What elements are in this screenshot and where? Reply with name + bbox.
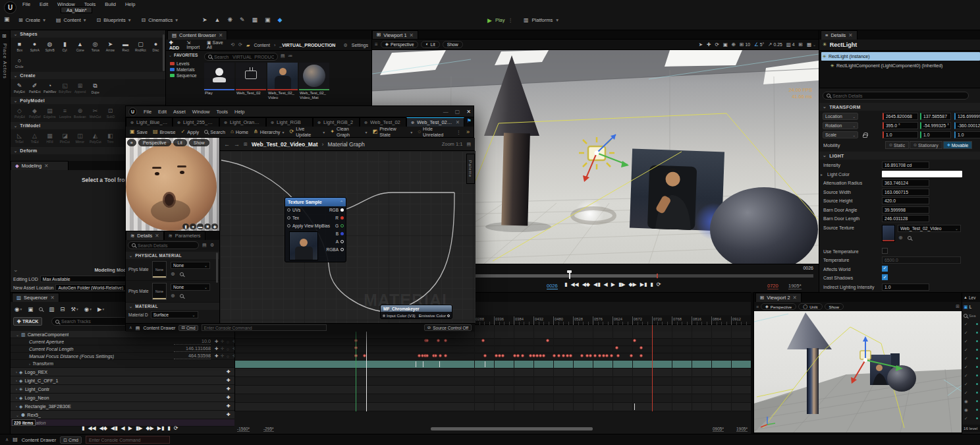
caret-icon[interactable]: ▾ — [323, 130, 325, 134]
texture-thumb[interactable] — [882, 225, 895, 242]
back-icon[interactable]: ← — [224, 141, 230, 148]
pin[interactable] — [287, 208, 290, 212]
preview-mesh-buttons[interactable]: ▮ ● ▬ ■ ◆ — [182, 223, 218, 229]
checkbox[interactable]: ✓ — [882, 274, 888, 280]
home-button[interactable]: ⌂Home — [231, 129, 248, 135]
tool-subd[interactable]: ⊡SubD — [103, 105, 118, 121]
add-section-icon[interactable]: ✚ — [227, 395, 231, 400]
menu-edit[interactable]: Edit — [40, 1, 48, 7]
light-header[interactable]: ⌄LIGHT — [819, 152, 980, 160]
favorite-materials[interactable]: Materials — [170, 67, 203, 73]
graph-canvas[interactable]: MATERIAL Texture Sample ⌃ UVsTexApply Vi… — [220, 151, 476, 323]
play-button[interactable]: Play — [495, 17, 505, 23]
console-input[interactable] — [89, 438, 167, 442]
check-icon[interactable]: ✓ — [964, 322, 967, 327]
keyframe[interactable] — [542, 354, 545, 357]
level-row-11[interactable]: ✓ — [962, 414, 980, 423]
mobility-static[interactable]: ⊙Static — [885, 141, 909, 149]
minimize-button[interactable]: — — [443, 109, 449, 115]
phys-thumb[interactable]: None — [152, 283, 167, 300]
details-close-icon[interactable]: ✕ — [848, 32, 852, 38]
check-icon[interactable]: ✓ — [964, 356, 967, 361]
content-browser-close-icon[interactable]: ✕ — [219, 32, 223, 38]
save-all-icon[interactable]: ▣ — [4, 16, 10, 22]
add-section-icon[interactable]: ✚ — [227, 403, 231, 409]
asset-tile[interactable]: Web_Test_02_ Video — [267, 63, 298, 101]
me-console-wrap[interactable] — [202, 324, 327, 331]
pin[interactable] — [340, 224, 344, 227]
scale-lock-icon[interactable] — [863, 134, 867, 138]
place-actors-icon[interactable]: ⊞ — [2, 33, 7, 39]
mf-output-pin[interactable] — [447, 314, 450, 317]
asset-tile[interactable]: Play — [204, 63, 234, 96]
tool-polydef[interactable]: ◆PolyDef — [27, 105, 42, 121]
timeline-scrollbar[interactable] — [431, 427, 593, 430]
scale-tool-icon[interactable]: ▣ — [723, 42, 728, 47]
use-selected-icon[interactable]: ⊕ — [171, 293, 175, 299]
track-row-current-aperture[interactable]: Current Aperture10.0✚✛○✛ — [11, 338, 234, 345]
tool-mirror[interactable]: ◫Mirror — [72, 130, 88, 146]
close-button[interactable]: ✕ — [466, 109, 471, 115]
material-preview[interactable]: ≡ Perspective Lit Show ▮ ● ▬ ■ ◆ — [126, 138, 219, 231]
tab-viewport2[interactable]: ⊞Viewport 2✕ — [755, 293, 802, 302]
level-row-6[interactable]: ✓ — [962, 371, 980, 380]
forward-icon[interactable]: → — [234, 141, 240, 148]
check-icon[interactable]: ✓ — [964, 347, 967, 353]
phys-dropdown[interactable]: None⌄ — [171, 283, 210, 291]
material-menu-window[interactable]: Window — [192, 109, 210, 115]
content-drawer-caret[interactable]: ∧ — [129, 325, 132, 330]
material-menu-file[interactable]: File — [144, 109, 151, 115]
material-details-search[interactable] — [128, 241, 199, 249]
play-options-caret[interactable]: ⋮ — [508, 17, 514, 23]
live-update-button[interactable]: ⟳Live Update▾ — [289, 126, 325, 138]
material-menu-help[interactable]: Help — [234, 109, 244, 115]
keyframe[interactable] — [532, 354, 535, 357]
keyframe[interactable] — [539, 354, 542, 357]
tool-hfill[interactable]: ▦HFill — [42, 130, 57, 146]
track-row-rex5-[interactable]: ⌄⚉Rex5_✚ — [11, 411, 234, 419]
eye-icon[interactable]: ◉ — [964, 399, 968, 404]
tab-modeling[interactable]: ◆Modeling✕ — [11, 161, 68, 170]
add-key-icon[interactable]: ✚ — [215, 339, 218, 344]
keyframe[interactable] — [535, 354, 539, 357]
mobility-movable[interactable]: ✚Movable — [943, 141, 973, 149]
select-tool-icon[interactable]: ➤ — [699, 42, 703, 47]
keyframe[interactable] — [444, 339, 447, 342]
move-tool-icon[interactable]: ✚ — [707, 42, 711, 47]
key-nav-icon[interactable]: ○ — [227, 347, 229, 351]
palette-toggle-icon[interactable]: ▤ — [466, 142, 471, 147]
tab-web-test-02-video-mat-active[interactable]: ⊛Web_Test_02_V*✕ — [406, 117, 464, 127]
section-key-tick[interactable] — [423, 361, 423, 367]
track-row-manual-focus-distance-focus-settings-[interactable]: Manual Focus Distance (Focus Settings)46… — [11, 353, 234, 360]
keyframe[interactable] — [425, 339, 429, 342]
range-in[interactable]: -295* — [263, 427, 274, 432]
transport-control-0[interactable]: ▮ — [564, 282, 567, 287]
keyframe[interactable] — [529, 354, 532, 357]
physical-material-header[interactable]: ⌄PHYSICAL MATERIAL — [126, 252, 219, 259]
level-row-3[interactable]: ✓ — [962, 345, 980, 354]
keyframe[interactable] — [616, 354, 620, 357]
content-drawer-caret[interactable]: ∧ — [5, 437, 9, 442]
cb-search[interactable] — [204, 53, 278, 61]
key-nav-icon[interactable]: ✛ — [221, 339, 224, 344]
add-section-icon[interactable]: ✚ — [227, 412, 231, 417]
use-selected-icon[interactable]: ⊕ — [171, 271, 175, 277]
caret-icon[interactable]: ▾ — [282, 130, 284, 134]
keyframe[interactable] — [580, 354, 584, 357]
details-search[interactable] — [823, 92, 969, 100]
keyframe[interactable] — [546, 339, 549, 342]
scale-snap[interactable]: ↗0.25 — [768, 42, 782, 47]
transport-frame-current[interactable]: 0026 — [547, 283, 558, 289]
tool-polyext[interactable]: ✎PolyExt — [12, 80, 27, 96]
add-key-icon[interactable]: ✚ — [215, 353, 218, 359]
keyframe[interactable] — [501, 354, 504, 357]
add-button[interactable]: ✚ ADD — [169, 40, 182, 50]
asset-tile[interactable]: Web_Test_02 — [236, 63, 266, 96]
expander-icon[interactable]: ▸ — [821, 172, 823, 177]
expander-icon[interactable]: › — [16, 370, 17, 374]
track-row-transform[interactable]: ›Transform — [11, 360, 234, 368]
create-caret[interactable]: ▾ — [43, 17, 45, 23]
viewport2-close-icon[interactable]: ✕ — [793, 295, 797, 301]
keyframe[interactable] — [593, 354, 597, 357]
tab-details[interactable]: ≡Details✕ — [821, 30, 858, 40]
